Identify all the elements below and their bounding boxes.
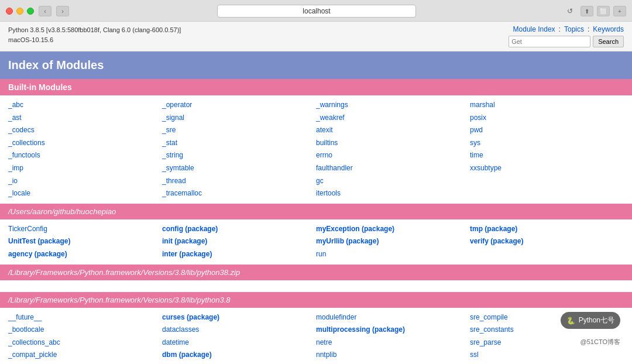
python38-content: __future__ _bootlocale _collections_abc … (0, 308, 632, 364)
link-signal[interactable]: _signal (162, 112, 316, 125)
watermark: 🐍 Python七号 (561, 312, 620, 329)
link-ast[interactable]: _ast (8, 112, 162, 125)
builtin-section-header: Built-in Modules (0, 79, 632, 95)
info-bar: Python 3.8.5 [v3.8.5:580fbb018f, Clang 6… (0, 22, 632, 51)
address-bar (74, 5, 559, 18)
link-unittest[interactable]: UnitTest (package) (8, 235, 162, 248)
link-modulefinder[interactable]: modulefinder (316, 311, 470, 324)
python-version: Python 3.8.5 [v3.8.5:580fbb018f, Clang 6… (8, 25, 181, 35)
aaron-col-3: myException (package) myUrllib (package)… (316, 223, 470, 261)
link-compat-pickle[interactable]: _compat_pickle (8, 349, 162, 362)
link-myexception[interactable]: myException (package) (316, 223, 470, 236)
search-button[interactable]: Search (593, 36, 624, 47)
builtin-col-3: _warnings _weakref atexit builtins errno… (316, 99, 470, 200)
link-verify[interactable]: verify (package) (470, 235, 624, 248)
link-decimal[interactable]: decimal (162, 362, 316, 364)
link-agency[interactable]: agency (package) (8, 248, 162, 261)
link-nntplib[interactable]: nntplib (316, 349, 470, 362)
url-input[interactable] (217, 5, 416, 18)
window-button[interactable]: ⬜ (597, 6, 610, 16)
link-multiprocessing[interactable]: multiprocessing (package) (316, 324, 470, 336)
page-title: Index of Modules (8, 59, 624, 72)
python38zip-content (0, 280, 632, 292)
link-ssl[interactable]: ssl (470, 349, 624, 362)
link-tracemalloc[interactable]: _tracemalloc (162, 187, 316, 200)
link-pwd[interactable]: pwd (470, 124, 624, 137)
reload-button[interactable]: ↺ (564, 5, 576, 17)
link-abc[interactable]: _abc (8, 99, 162, 112)
link-netre[interactable]: netre (316, 336, 470, 349)
aaron-col-2: config (package) init (package) inter (p… (162, 223, 316, 261)
search-input[interactable] (509, 36, 590, 47)
link-posix[interactable]: posix (470, 112, 624, 125)
link-run[interactable]: run (316, 248, 470, 261)
link-future[interactable]: __future__ (8, 311, 162, 324)
link-imp[interactable]: _imp (8, 162, 162, 175)
link-gc[interactable]: gc (316, 175, 470, 188)
link-inter[interactable]: inter (package) (162, 248, 316, 261)
builtin-col-4: marshal posix pwd sys time xxsubtype (470, 99, 624, 200)
link-weakref[interactable]: _weakref (316, 112, 470, 125)
share-button[interactable]: ⬆ (581, 6, 593, 16)
link-string[interactable]: _string (162, 149, 316, 162)
aaron-path-title: /Users/aaron/github/huochepiao (8, 207, 624, 216)
link-myurllib[interactable]: myUrllib (package) (316, 235, 470, 248)
link-curses[interactable]: curses (package) (162, 311, 316, 324)
link-errno[interactable]: errno (316, 149, 470, 162)
module-index-link[interactable]: Module Index (513, 25, 555, 33)
forward-button[interactable]: › (56, 6, 69, 16)
builtin-section-title: Built-in Modules (8, 83, 624, 92)
link-sre[interactable]: _sre (162, 124, 316, 137)
link-sys[interactable]: sys (470, 137, 624, 150)
link-operator[interactable]: _operator (162, 99, 316, 112)
link-faulthandler[interactable]: faulthandler (316, 162, 470, 175)
link-stat[interactable]: stat (470, 362, 624, 364)
link-marshal[interactable]: marshal (470, 99, 624, 112)
maximize-button[interactable] (27, 8, 34, 15)
close-button[interactable] (6, 8, 13, 15)
link-time[interactable]: time (470, 149, 624, 162)
link-xxsubtype[interactable]: xxsubtype (470, 162, 624, 175)
link-stat[interactable]: _stat (162, 137, 316, 150)
link-config[interactable]: config (package) (162, 223, 316, 236)
python38-header: /Library/Frameworks/Python.framework/Ver… (0, 292, 632, 308)
link-atexit[interactable]: atexit (316, 124, 470, 137)
aaron-path-header: /Users/aaron/github/huochepiao (0, 204, 632, 219)
python38zip-section: /Library/Frameworks/Python.framework/Ver… (0, 265, 632, 292)
link-tmp[interactable]: tmp (package) (470, 223, 624, 236)
page-content: Index of Modules Built-in Modules _abc _… (0, 51, 632, 364)
link-init[interactable]: init (package) (162, 235, 316, 248)
builtin-col-2: _operator _signal _sre _stat _string _sy… (162, 99, 316, 200)
link-symtable[interactable]: _symtable (162, 162, 316, 175)
link-locale[interactable]: _locale (8, 187, 162, 200)
link-codecs[interactable]: _codecs (8, 124, 162, 137)
link-builtins[interactable]: builtins (316, 137, 470, 150)
info-right: Module Index : Topics : Keywords Search (509, 25, 624, 47)
link-dataclasses[interactable]: dataclasses (162, 324, 316, 336)
link-collections-abc[interactable]: _collections_abc (8, 336, 162, 349)
link-functools[interactable]: _functools (8, 149, 162, 162)
link-bootlocale[interactable]: _bootlocale (8, 324, 162, 336)
link-datetime[interactable]: datetime (162, 336, 316, 349)
link-collections[interactable]: _collections (8, 137, 162, 150)
link-compression[interactable]: _compression (8, 362, 162, 364)
minimize-button[interactable] (16, 8, 23, 15)
traffic-lights (6, 8, 34, 15)
keywords-link[interactable]: Keywords (593, 25, 624, 33)
back-button[interactable]: ‹ (39, 6, 51, 16)
link-io[interactable]: _io (8, 175, 162, 188)
link-itertools[interactable]: itertools (316, 187, 470, 200)
link-warnings[interactable]: _warnings (316, 99, 470, 112)
link-thread[interactable]: _thread (162, 175, 316, 188)
page-header: Index of Modules (0, 51, 632, 79)
python-info: Python 3.8.5 [v3.8.5:580fbb018f, Clang 6… (8, 25, 181, 44)
link-tickerconfig[interactable]: TickerConfig (8, 223, 162, 236)
link-dbm[interactable]: dbm (package) (162, 349, 316, 362)
aaron-path-grid: TickerConfig UnitTest (package) agency (… (8, 223, 624, 261)
builtin-col-1: _abc _ast _codecs _collections _functool… (8, 99, 162, 200)
search-row: Search (509, 36, 624, 47)
link-ntpath[interactable]: ntpath (316, 362, 470, 364)
topics-link[interactable]: Topics (564, 25, 584, 33)
aaron-col-4: tmp (package) verify (package) (470, 223, 624, 261)
new-tab-button[interactable]: + (613, 6, 626, 16)
